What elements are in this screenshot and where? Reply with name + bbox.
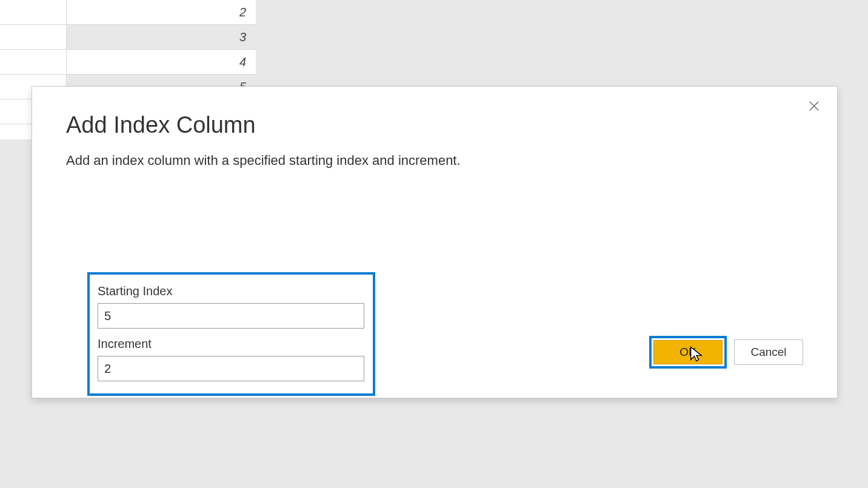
dialog-title: Add Index Column bbox=[66, 112, 803, 138]
increment-input[interactable] bbox=[98, 356, 364, 381]
ok-button-label: OK bbox=[679, 346, 696, 359]
increment-label: Increment bbox=[98, 337, 364, 351]
close-button[interactable] bbox=[806, 98, 823, 115]
cell-value: 4 bbox=[239, 55, 246, 69]
cell-value: 2 bbox=[239, 5, 246, 19]
close-icon bbox=[807, 99, 821, 113]
dialog-description: Add an index column with a specified sta… bbox=[66, 153, 803, 169]
add-index-column-dialog: Add Index Column Add an index column wit… bbox=[32, 86, 838, 398]
starting-index-input[interactable] bbox=[98, 303, 364, 329]
starting-index-field: Starting Index bbox=[98, 284, 364, 329]
ok-highlight-box: OK bbox=[649, 336, 727, 369]
increment-field: Increment bbox=[98, 337, 364, 381]
cancel-button[interactable]: Cancel bbox=[734, 339, 803, 365]
cancel-button-label: Cancel bbox=[750, 346, 786, 359]
ok-button[interactable]: OK bbox=[653, 340, 723, 364]
cell-value: 3 bbox=[239, 30, 246, 44]
starting-index-label: Starting Index bbox=[98, 284, 364, 298]
dialog-button-row: OK Cancel bbox=[649, 336, 803, 369]
input-fields-group: Starting Index Increment bbox=[98, 284, 364, 390]
